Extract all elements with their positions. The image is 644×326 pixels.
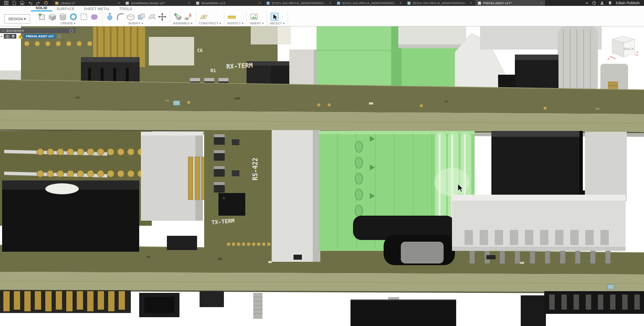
panel-options-icon[interactable] <box>70 29 73 33</box>
tab-title: SmartMeter v13 <box>201 1 257 5</box>
eye-visibility-icon[interactable] <box>5 35 10 38</box>
inspect-group-label[interactable]: INSPECT ▾ <box>227 22 243 26</box>
tab-close-icon[interactable]: × <box>188 1 190 5</box>
gray-box-right[interactable] <box>585 132 627 201</box>
black-connector-under[interactable] <box>139 293 179 317</box>
gold-pin-header-mid[interactable] <box>188 157 206 200</box>
new-tab-button[interactable]: + <box>585 1 588 5</box>
document-tab[interactable]: SmartMeterLibrary v27 × <box>123 0 193 6</box>
user-name[interactable]: Edwin Robledo <box>616 1 640 5</box>
tab-close-icon[interactable]: × <box>118 1 120 5</box>
mate-flag[interactable] <box>173 101 180 105</box>
document-tab[interactable]: SmartMeter v13 × <box>193 0 264 6</box>
root-assembly-item[interactable]: PMX42-ASSY v17 <box>24 34 56 39</box>
browser-root-row[interactable]: ▸ PMX42-ASSY v17 <box>0 33 75 39</box>
tab-tools[interactable]: TOOLS <box>115 7 137 11</box>
combine-icon[interactable] <box>137 12 146 21</box>
small-black-part-under[interactable] <box>200 291 224 307</box>
document-tab[interactable]: Library v7 × <box>52 0 123 6</box>
gray-prism-center[interactable] <box>272 130 320 262</box>
offset-face-icon[interactable] <box>147 12 156 21</box>
mounting-screw[interactable] <box>253 293 262 319</box>
insert-canvas-icon[interactable] <box>249 12 259 21</box>
quick-actions <box>0 0 52 6</box>
cylinder-primitive-icon[interactable] <box>58 12 68 21</box>
black-box-under-right[interactable] <box>521 295 546 326</box>
visibility-chip <box>4 34 16 39</box>
group-create: CREATE ▾ <box>34 11 102 26</box>
axis-line <box>635 55 638 55</box>
user-account-icon[interactable] <box>600 1 604 5</box>
select-group-label[interactable]: SELECT ▾ <box>270 22 285 26</box>
tab-solid[interactable]: SOLID <box>31 6 52 11</box>
viewcube[interactable]: BACK Z X <box>607 31 639 61</box>
viewport-3d-scene[interactable]: C6 R1 RX-TERM <box>0 26 644 326</box>
gray-module-left[interactable] <box>141 132 203 221</box>
axis-line <box>610 56 615 59</box>
relay-component[interactable] <box>2 180 139 252</box>
construct-group-label[interactable]: CONSTRUCT ▾ <box>199 22 221 26</box>
workspace-selector-design[interactable]: DESIGN ▾ <box>4 14 30 23</box>
undo-icon[interactable] <box>28 1 32 5</box>
document-tab-active[interactable]: PMX42-ASSY v17* × <box>475 0 545 6</box>
redo-icon[interactable] <box>36 1 40 5</box>
box-primitive-icon[interactable] <box>48 12 57 21</box>
select-cursor-icon[interactable] <box>270 12 279 21</box>
tab-close-icon[interactable]: × <box>259 1 261 5</box>
create-group-label[interactable]: CREATE ▾ <box>37 22 99 26</box>
browser-panel-header[interactable]: « BROWSER <box>0 28 75 33</box>
save-icon[interactable] <box>20 1 24 5</box>
joint-icon[interactable] <box>184 12 193 21</box>
mate-flag[interactable] <box>608 284 614 289</box>
tab-sheet-metal[interactable]: SHEET METAL <box>79 7 115 11</box>
tab-close-icon[interactable]: × <box>400 1 402 5</box>
tab-surface[interactable]: SURFACE <box>52 7 79 11</box>
rs422-pcb-module[interactable]: RS-422 TX-TERM <box>204 130 279 257</box>
create-form-icon[interactable] <box>90 12 99 21</box>
top-pcb-board[interactable] <box>0 80 644 137</box>
tab-title: PMX42-ASSY v17* <box>483 1 539 5</box>
tab-close-icon[interactable]: × <box>329 1 331 5</box>
ground-target-icon[interactable] <box>57 34 61 39</box>
document-tab[interactable]: 52101-101-REV-A_DEMOVERSION v20 × <box>334 0 405 6</box>
job-status-icon[interactable] <box>592 1 596 5</box>
construction-plane-icon[interactable] <box>199 12 208 21</box>
connector-row-bottom-right[interactable] <box>544 291 644 314</box>
document-tab[interactable]: 52101-101-REV-A_DEMOVERSION v6 × <box>405 0 475 6</box>
document-icon <box>125 1 129 5</box>
modify-group-label[interactable]: MODIFY ▾ <box>105 22 167 26</box>
new-component-icon[interactable] <box>173 12 182 21</box>
model-viewport[interactable]: C6 R1 RX-TERM <box>0 26 644 326</box>
measure-icon[interactable] <box>227 12 236 21</box>
insert-group-label[interactable]: INSERT ▾ <box>249 22 263 26</box>
document-tabs: Library v7 × SmartMeterLibrary v27 × Sma… <box>52 0 545 6</box>
tab-title: Library v7 <box>60 1 116 5</box>
gold-pin-comb-bottom-left[interactable] <box>0 290 131 313</box>
terminal-block-green-top[interactable] <box>317 26 466 93</box>
pattern-icon[interactable] <box>79 12 88 21</box>
black-box-under-center[interactable] <box>351 300 456 326</box>
tab-close-icon[interactable]: × <box>470 1 472 5</box>
data-panel-grid-icon[interactable] <box>4 1 8 5</box>
small-connector-on-board[interactable] <box>167 236 197 250</box>
document-icon <box>196 1 200 5</box>
group-assemble: ASSEMBLE ▾ <box>170 11 196 26</box>
document-tab[interactable]: 52101-101-REV-A_DEMOVERSION v1 × <box>264 0 334 6</box>
press-pull-icon[interactable] <box>105 12 114 21</box>
notifications-bell-icon[interactable] <box>608 1 612 5</box>
mid-components: R4 R6 <box>0 130 627 265</box>
assemble-group-label[interactable]: ASSEMBLE ▾ <box>173 22 193 26</box>
collapse-panel-icon[interactable]: « <box>2 29 4 33</box>
document-icon <box>55 1 59 5</box>
document-icon <box>266 1 270 5</box>
expand-arrow-icon[interactable]: ▸ <box>1 34 3 38</box>
create-sketch-icon[interactable] <box>37 12 47 21</box>
ribbon-toolbar: SOLID SURFACE SHEET METAL TOOLS DESIGN ▾… <box>0 6 644 26</box>
shell-icon[interactable] <box>126 12 135 21</box>
revolve-icon[interactable] <box>69 12 78 21</box>
tab-close-icon[interactable]: × <box>540 1 543 5</box>
move-copy-icon[interactable] <box>158 12 167 21</box>
document-icon <box>478 1 481 5</box>
fillet-icon[interactable] <box>116 12 125 21</box>
file-menu-icon[interactable] <box>12 1 16 5</box>
